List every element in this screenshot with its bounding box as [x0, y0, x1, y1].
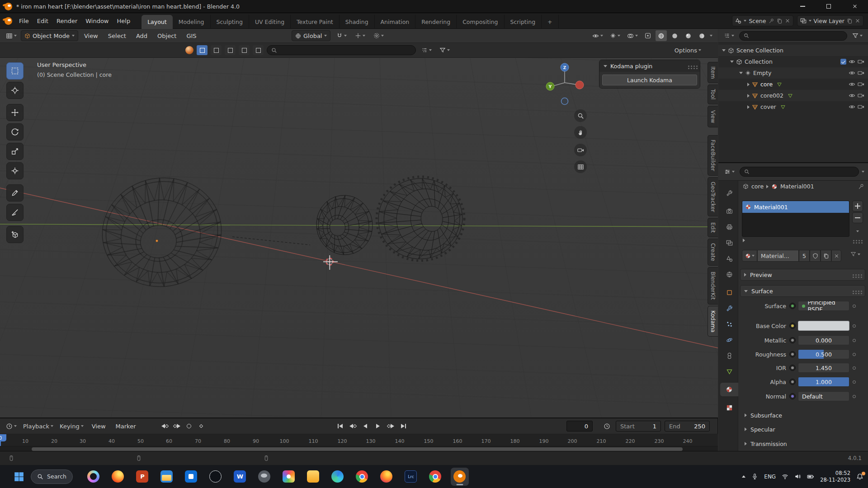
taskbar-search[interactable]: Search [31, 469, 73, 484]
battery-icon[interactable] [807, 473, 814, 480]
remove-slot-button[interactable] [852, 212, 863, 223]
chevron-down-icon[interactable] [862, 171, 864, 173]
auto-keying-toggle[interactable] [184, 421, 194, 431]
sidebar-tab-edit[interactable]: Edit [708, 218, 718, 237]
select-mode-extend[interactable] [211, 45, 222, 55]
shading-material-button[interactable] [683, 30, 694, 41]
move-tool[interactable] [6, 104, 24, 121]
editor-type-button[interactable] [722, 30, 736, 41]
app-chrome-alt[interactable] [426, 468, 444, 486]
outliner-row-core[interactable]: core [718, 79, 868, 90]
grip-icon[interactable] [853, 240, 854, 241]
play-reverse-button[interactable] [360, 421, 371, 431]
camera-icon[interactable] [858, 92, 864, 99]
app-files[interactable] [304, 468, 322, 486]
start-frame-field[interactable]: Start 1 [616, 421, 661, 432]
scale-tool[interactable] [6, 143, 24, 160]
menu-window[interactable]: Window [81, 15, 113, 27]
users-count-button[interactable]: 5 [799, 250, 810, 262]
jump-next-keyframe-button[interactable] [171, 421, 182, 431]
prev-keyframe-button[interactable] [347, 421, 358, 431]
jump-to-end-button[interactable] [398, 421, 409, 431]
rotate-tool[interactable] [6, 123, 24, 141]
app-word[interactable]: W [231, 468, 249, 486]
editor-type-button[interactable] [4, 30, 19, 41]
grip-icon[interactable] [853, 291, 854, 292]
scrollbar-thumb[interactable] [32, 447, 683, 451]
roughness-slider[interactable]: 0.500 [798, 349, 849, 359]
app-firefox[interactable] [109, 468, 127, 486]
tab-rendering[interactable]: Rendering [415, 15, 457, 29]
tab-texture-paint[interactable]: Texture Paint [291, 15, 340, 29]
tab-modeling[interactable]: Modeling [173, 15, 211, 29]
pan-button[interactable] [574, 126, 587, 139]
app-obs[interactable] [207, 468, 225, 486]
start-button[interactable] [10, 468, 28, 486]
copy-icon[interactable] [777, 18, 783, 24]
sidebar-tab-facebuilder[interactable]: FaceBuilder [708, 135, 718, 176]
tab-object-data[interactable] [720, 365, 738, 378]
microphone-icon[interactable] [751, 473, 758, 480]
new-material-button[interactable] [821, 250, 831, 262]
sidebar-tab-view[interactable]: View [708, 106, 718, 127]
use-preview-range-toggle[interactable] [601, 421, 613, 432]
tab-output[interactable] [720, 220, 738, 234]
base-color-swatch[interactable] [798, 321, 849, 331]
axis-z-negative-ball[interactable] [561, 98, 568, 105]
menu-select[interactable]: Select [104, 30, 130, 42]
close-icon[interactable] [855, 18, 860, 23]
select-mode-invert[interactable] [239, 45, 250, 55]
metallic-slider[interactable]: 0.000 [798, 335, 849, 345]
menu-file[interactable]: File [15, 15, 33, 27]
xray-toggle[interactable] [642, 30, 653, 41]
app-blender[interactable] [451, 468, 469, 486]
viewport-canvas[interactable]: User Perspective (0) Scene Collection | … [0, 58, 718, 418]
orientation-dropdown[interactable]: Global [292, 30, 330, 41]
tab-scene[interactable] [720, 252, 738, 265]
grip-icon[interactable] [853, 274, 854, 276]
snap-toggle[interactable] [334, 30, 349, 41]
camera-view-button[interactable] [574, 144, 587, 156]
app-powerpoint[interactable]: P [133, 468, 151, 486]
expand-icon[interactable] [722, 49, 726, 52]
view-layer-selector[interactable]: View Layer [797, 15, 864, 26]
scene-selector[interactable]: Scene [732, 15, 793, 26]
ior-slider[interactable]: 1.450 [798, 363, 849, 373]
sidebar-tab-create[interactable]: Create [708, 239, 718, 266]
outliner-search-input[interactable] [739, 31, 847, 41]
menu-object[interactable]: Object [153, 30, 180, 42]
collapse-icon[interactable] [604, 65, 607, 67]
options-dropdown[interactable]: Options [672, 45, 703, 56]
copy-icon[interactable] [847, 18, 853, 24]
animate-dot-icon[interactable] [853, 395, 856, 398]
animate-dot-icon[interactable] [853, 324, 856, 328]
keying-set-button[interactable] [196, 421, 207, 431]
app-photos[interactable] [280, 468, 298, 486]
menu-gis[interactable]: GIS [182, 30, 200, 42]
camera-icon[interactable] [858, 70, 864, 76]
section-transmission[interactable]: Transmission [738, 438, 865, 449]
grip-icon[interactable] [688, 66, 689, 67]
slot-specials-button[interactable] [852, 226, 863, 237]
current-frame-field[interactable]: 0 [566, 421, 593, 432]
clock[interactable]: 08:52 28-11-2023 [820, 470, 850, 483]
camera-icon[interactable] [858, 81, 864, 88]
browse-material-button[interactable] [742, 250, 757, 262]
animate-dot-icon[interactable] [853, 305, 856, 308]
animate-dot-icon[interactable] [853, 353, 856, 356]
select-mode-new[interactable] [197, 45, 208, 55]
surface-shader-dropdown[interactable]: Principled BSDF [798, 301, 849, 311]
zoom-button[interactable] [574, 109, 587, 122]
maximize-button[interactable] [816, 0, 842, 13]
volume-icon[interactable] [794, 473, 801, 480]
tab-particles[interactable] [720, 317, 738, 331]
collection-checkbox[interactable] [840, 59, 846, 65]
language-indicator[interactable]: ENG [764, 474, 776, 480]
tab-render[interactable] [720, 204, 738, 218]
expand-icon[interactable] [730, 61, 734, 63]
editor-type-button[interactable] [4, 421, 19, 432]
sidebar-tab-geotracker[interactable]: GeoTracker [708, 177, 718, 216]
editor-type-button[interactable] [722, 166, 737, 177]
outliner-filter-button[interactable] [850, 30, 865, 41]
section-subsurface[interactable]: Subsurface [738, 410, 865, 421]
